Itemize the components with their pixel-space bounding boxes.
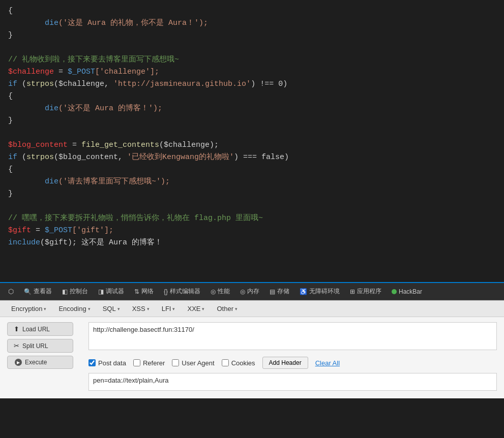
post-data-input[interactable] (88, 373, 497, 391)
hackbar-icon (392, 289, 397, 294)
devtools-debugger[interactable]: ◨ 调试器 (94, 285, 128, 298)
upload-icon: ⬆ (14, 325, 19, 333)
code-line: { (8, 5, 496, 17)
hackbar-url-area: Post data Referer User Agent Cookies (88, 322, 497, 393)
lfi-arrow-icon: ▾ (172, 306, 175, 311)
scissors-icon: ✂ (14, 342, 19, 350)
xss-arrow-icon: ▾ (147, 306, 150, 311)
code-line: include($gift); 这不是 Aura 的博客！ (8, 237, 496, 249)
inspector-icon: 🔍 (24, 288, 32, 295)
encryption-arrow-icon: ▾ (44, 306, 46, 311)
code-line: } (8, 188, 496, 200)
cookies-checkbox-label[interactable]: Cookies (222, 359, 255, 367)
user-agent-checkbox[interactable] (172, 359, 179, 366)
menu-encoding[interactable]: Encoding ▾ (53, 303, 95, 315)
execute-button[interactable]: ▶ Execute (7, 356, 73, 369)
split-url-button[interactable]: ✂ Split URL (7, 339, 73, 353)
code-line (8, 127, 496, 139)
user-agent-checkbox-label[interactable]: User Agent (172, 359, 214, 367)
code-line: // 礼物收到啦，接下来要去博客里面写下感想哦~ (8, 54, 496, 66)
hackbar-panel: Encryption ▾ Encoding ▾ SQL ▾ XSS ▾ LFI … (0, 300, 504, 398)
code-line: if (strpos($blog_content, '已经收到Kengwang的… (8, 151, 496, 164)
storage-icon: ▤ (270, 288, 275, 295)
hackbar-action-buttons: ⬆ Load URL ✂ Split URL ▶ Execute (7, 322, 83, 369)
console-icon: ◧ (62, 288, 68, 295)
code-line: } (8, 115, 496, 127)
code-line: { (8, 164, 496, 176)
application-icon: ⊞ (350, 288, 355, 295)
referer-checkbox[interactable] (133, 359, 140, 366)
menu-xss[interactable]: XSS ▾ (127, 303, 155, 315)
devtools-hackbar[interactable]: HackBar (388, 286, 426, 297)
menu-other[interactable]: Other ▾ (212, 303, 243, 315)
devtools-performance[interactable]: ◎ 性能 (206, 285, 234, 298)
load-url-button[interactable]: ⬆ Load URL (7, 322, 73, 336)
code-line: die('这是 Aura 的礼物，你不是 Aura！'); (8, 17, 496, 29)
code-line: { (8, 90, 496, 103)
clear-all-button[interactable]: Clear All (315, 359, 340, 367)
code-line: // 嘿嘿，接下来要拆开礼物啦，悄悄告诉你，礼物在 flag.php 里面哦~ (8, 212, 496, 225)
code-line: $challenge = $_POST['challenge']; (8, 66, 496, 78)
hackbar-main-row: ⬆ Load URL ✂ Split URL ▶ Execute (7, 322, 497, 393)
code-area: { die('这是 Aura 的礼物，你不是 Aura！'); } // 礼物收… (0, 0, 504, 282)
network-icon: ⇅ (134, 288, 139, 295)
code-line: die('这不是 Aura 的博客！'); (8, 103, 496, 115)
devtools-application[interactable]: ⊞ 应用程序 (346, 285, 386, 298)
referer-checkbox-label[interactable]: Referer (133, 359, 165, 367)
code-line: $blog_content = file_get_contents($chall… (8, 139, 496, 151)
menu-encryption[interactable]: Encryption ▾ (6, 303, 51, 315)
devtools-console[interactable]: ◧ 控制台 (58, 285, 92, 298)
devtools-style-editor[interactable]: {} 样式编辑器 (160, 285, 204, 298)
sql-arrow-icon: ▾ (117, 306, 120, 311)
devtools-accessibility[interactable]: ♿ 无障碍环境 (295, 285, 344, 298)
performance-icon: ◎ (211, 288, 216, 295)
play-icon: ▶ (15, 359, 22, 366)
cookies-checkbox[interactable] (222, 359, 229, 366)
devtools-toolbar: ⬡ 🔍 查看器 ◧ 控制台 ◨ 调试器 ⇅ 网络 {} 样式编辑器 ◎ 性能 ◎… (0, 282, 504, 300)
style-icon: {} (164, 288, 168, 295)
menu-xxe[interactable]: XXE ▾ (182, 303, 210, 315)
code-line: $gift = $_POST['gift']; (8, 225, 496, 237)
accessibility-icon: ♿ (300, 288, 307, 295)
encoding-arrow-icon: ▾ (88, 306, 91, 311)
hackbar-body: ⬆ Load URL ✂ Split URL ▶ Execute (0, 317, 504, 398)
add-header-button[interactable]: Add Header (262, 357, 308, 369)
other-arrow-icon: ▾ (235, 306, 238, 311)
menu-sql[interactable]: SQL ▾ (98, 303, 125, 315)
code-line: } (8, 29, 496, 42)
devtools-storage[interactable]: ▤ 存储 (265, 285, 293, 298)
post-data-checkbox-label[interactable]: Post data (88, 359, 126, 367)
pointer-icon: ⬡ (8, 288, 14, 295)
devtools-inspector[interactable]: 🔍 查看器 (20, 285, 56, 298)
post-data-checkbox[interactable] (88, 359, 96, 366)
devtools-network[interactable]: ⇅ 网络 (130, 285, 158, 298)
hackbar-menu: Encryption ▾ Encoding ▾ SQL ▾ XSS ▾ LFI … (0, 301, 504, 317)
code-line: die('请去博客里面写下感想哦~'); (8, 176, 496, 188)
memory-icon: ◎ (240, 288, 245, 295)
devtools-pointer[interactable]: ⬡ (4, 286, 18, 297)
options-row: Post data Referer User Agent Cookies (88, 357, 497, 369)
xxe-arrow-icon: ▾ (202, 306, 204, 311)
code-line: if (strpos($challenge, 'http://jasmineau… (8, 78, 496, 90)
code-line (8, 42, 496, 54)
code-line (8, 200, 496, 212)
url-input[interactable] (88, 322, 497, 350)
debugger-icon: ◨ (98, 288, 104, 295)
devtools-memory[interactable]: ◎ 内存 (236, 285, 263, 298)
menu-lfi[interactable]: LFI ▾ (157, 303, 181, 315)
